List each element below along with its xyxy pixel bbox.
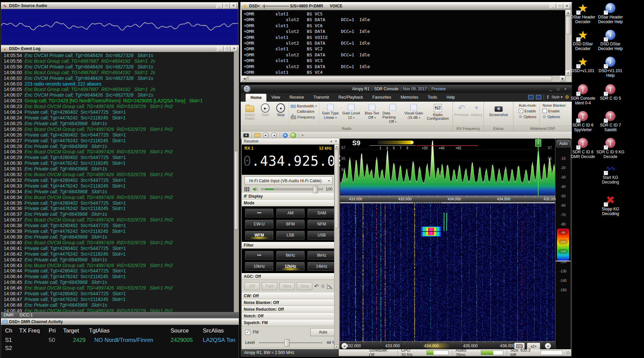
event-log-list[interactable]: 14:05:54Enc OVCM Private call; Tgt=66484… — [1, 52, 234, 312]
start-button[interactable]: ▶ Start — [258, 103, 273, 126]
filter-button[interactable]: 10kHz — [245, 262, 273, 271]
agc-slow-button[interactable]: Slow — [297, 282, 312, 290]
agc-graph-icon[interactable] — [327, 284, 333, 289]
desktop-shortcut[interactable]: ★ ↗ DSD+v1.101 — [569, 56, 597, 73]
desktop-shortcut[interactable]: i ↗ DSD+V1.101 Help — [596, 56, 625, 78]
maximize-button[interactable]: □ — [223, 3, 230, 9]
source-audio-titlebar[interactable]: ∿ DSD+ Source Audio _ □ × — [1, 2, 238, 9]
desktop-shortcut[interactable]: ★ ↗ DStar Header Decoder — [569, 2, 597, 24]
scroll-up-button[interactable]: ▲ — [334, 144, 339, 149]
table-row[interactable]: S1 50 2429 NO Nordl/Troms/Finnm 2429005 … — [1, 336, 239, 344]
stop-button[interactable]: ■ Stop — [273, 103, 288, 126]
desktop-shortcut[interactable]: ↗ SDR C ID 7 Satelitt — [596, 110, 625, 132]
section-noise-blanker[interactable]: Noise Blanker: Off▾ — [242, 299, 339, 306]
chevron-down-icon[interactable]: ▾ — [302, 134, 304, 137]
play-icon[interactable]: ▶ — [263, 133, 269, 138]
monitor-icon[interactable] — [528, 95, 534, 99]
app-menu-button[interactable] — [243, 85, 251, 93]
mode-button[interactable]: AM — [276, 209, 305, 217]
filter-button[interactable]: ••• — [245, 251, 273, 260]
desktop-shortcut[interactable]: ↗ SDR C ID 5 — [596, 83, 625, 101]
table-row[interactable]: S2 — [1, 344, 239, 352]
panel-scrollbar[interactable]: ▲ ▼ — [334, 144, 339, 349]
ribbon-tab[interactable]: Favourites — [368, 94, 396, 102]
ribbon-tab[interactable]: Help — [442, 94, 460, 102]
close-button[interactable]: × — [230, 3, 237, 9]
frequency-display[interactable]: RX 1 12 kHz 0.434.925.000 — [242, 145, 334, 175]
ribbon-tab[interactable]: Memories — [396, 94, 423, 102]
volume-slider[interactable] — [261, 188, 323, 190]
fm-checkbox[interactable]: ✓ — [245, 330, 250, 335]
ribbon-dropdown-button[interactable]: Gain Type Linear ▾ — [320, 103, 341, 126]
mode-button[interactable]: WFM — [245, 231, 273, 240]
desktop-shortcut[interactable]: ↗ SDR C ID 9 KG Decode — [596, 137, 625, 159]
desktop-shortcut[interactable]: ↗ SDR C ID 8 DMR Decode — [569, 137, 597, 159]
tuning-marker-flag[interactable]: 1 — [535, 139, 541, 147]
scroll-right-button[interactable]: ▶ — [560, 76, 565, 81]
agc-med-button[interactable]: Med — [279, 282, 295, 290]
section-if-display[interactable]: IF Display▾ — [242, 193, 339, 200]
spin-icon[interactable]: ▲▼ — [546, 95, 549, 99]
monitor-icon[interactable] — [536, 95, 541, 99]
bandwidth-button[interactable]: Bandwidth▾ — [291, 104, 317, 108]
resize-grip[interactable] — [566, 351, 570, 355]
mode-button[interactable]: USB — [308, 231, 336, 240]
camera-icon[interactable] — [243, 134, 249, 137]
desktop-shortcut[interactable]: ★ ↗ DSD DStar Decoder — [569, 29, 597, 51]
desktop-shortcut[interactable]: i ↗ DStar Header Decoder Help — [596, 2, 625, 24]
maximize-button[interactable]: □ — [557, 3, 563, 9]
sdr-titlebar[interactable]: Airspy R1 :: SDR Console :: Nov 09, 2017… — [241, 85, 572, 93]
ribbon-tab[interactable]: View — [267, 94, 285, 102]
section-filter[interactable]: Filter▴ — [242, 242, 339, 249]
waterfall-canvas[interactable] — [340, 203, 555, 343]
scroll-left-button[interactable]: ◀ — [242, 76, 247, 81]
stop-icon[interactable]: ■ — [271, 133, 277, 138]
auto-mute-enable-checkbox[interactable]: ✓Enable — [519, 109, 537, 113]
desktop-shortcut[interactable]: i ↗ DSD DStar Decoder Help — [596, 29, 625, 51]
section-mode[interactable]: Mode▴ — [242, 200, 339, 206]
speaker-icon[interactable] — [252, 187, 258, 192]
receive-panel-header[interactable]: Receive ▾ × — [242, 138, 339, 145]
slider-handle[interactable] — [284, 339, 290, 347]
minimize-button[interactable]: _ — [216, 3, 223, 9]
ribbon-tab[interactable]: Tools — [423, 94, 442, 102]
mode-button[interactable]: NFM — [308, 220, 336, 228]
noise-blanker-enable-checkbox[interactable]: Enable — [543, 109, 567, 113]
ribbon-tab[interactable]: Transmit — [309, 94, 334, 102]
mode-button[interactable]: BFM — [276, 220, 305, 228]
scrollbar-thumb[interactable] — [234, 151, 238, 230]
pan-right-button[interactable]: » — [545, 343, 551, 349]
undo-icon[interactable]: ↶ — [314, 283, 319, 290]
scroll-down-button[interactable]: ▼ — [334, 345, 339, 349]
ribbon-dropdown-button[interactable]: Gain Level 12 ▾ — [341, 103, 362, 126]
minimize-button[interactable]: _ — [217, 46, 223, 52]
audio-input-select[interactable]: Hi-Fi Cable Input (VB-Audio Hi-Fi Cable)… — [244, 176, 332, 185]
folder-icon[interactable] — [255, 133, 260, 137]
agc-fast-button[interactable]: Fast — [262, 282, 277, 290]
desktop-shortcut[interactable]: ↗ SDR Console Ident 0-4 — [569, 83, 597, 105]
scrollbar-thumb[interactable] — [335, 150, 339, 228]
ribbon-tab[interactable]: Rec/Playback — [334, 94, 368, 102]
scrollbar-thumb[interactable] — [248, 76, 552, 81]
ribbon-dropdown-button[interactable]: Bias-Tee Off ▾ — [362, 103, 382, 126]
mode-button[interactable]: LSB — [276, 231, 305, 240]
mode-button[interactable]: ••• — [245, 209, 273, 217]
screenshot-button[interactable]: Screenshot — [488, 103, 510, 126]
history-button[interactable]: ▼ History — [471, 103, 482, 126]
ribbon-tab[interactable]: Home — [245, 94, 267, 102]
auto-range-button[interactable]: Auto — [556, 140, 570, 147]
close-button[interactable]: × — [562, 86, 569, 92]
tuning-marker[interactable] — [538, 139, 539, 196]
filter-button[interactable]: 6kHz — [276, 251, 305, 260]
squelch-auto-button[interactable]: Auto — [310, 328, 336, 336]
slider-handle[interactable] — [313, 186, 318, 193]
desktop-shortcut[interactable]: ✖ ↗ Stopp KG Decoding — [596, 194, 625, 216]
squelch-level-slider[interactable] — [259, 342, 323, 343]
style-selector[interactable]: Style ▾ — [551, 95, 562, 99]
collapse-icon[interactable]: ▾ — [330, 140, 332, 143]
horizontal-scrollbar[interactable]: ◀ ▶ — [242, 75, 565, 81]
section-agc[interactable]: AGC: Off▲ — [242, 273, 339, 280]
dsd-console-output[interactable]: +DMR slot1 BS VC5+DMR slot2 BS DATA DCC=… — [242, 10, 565, 76]
filter-button[interactable]: 24kHz — [308, 262, 336, 271]
ribbon-tab[interactable]: Receive — [285, 94, 309, 102]
